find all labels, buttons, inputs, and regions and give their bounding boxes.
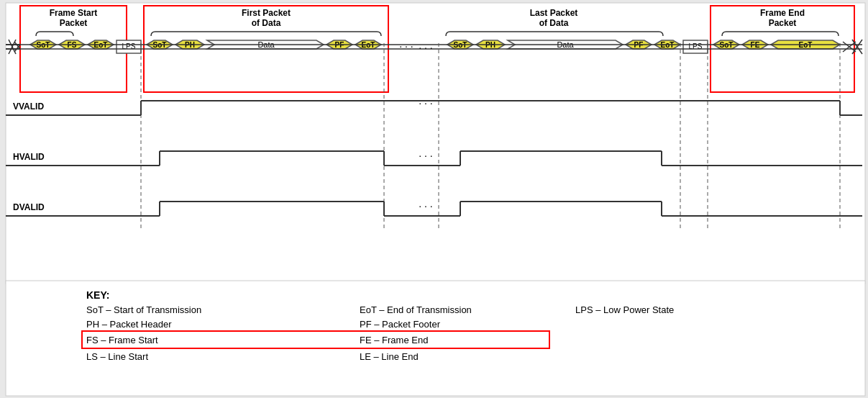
svg-text:Frame Start: Frame Start — [50, 8, 98, 18]
svg-text:LE – Line End: LE – Line End — [360, 351, 419, 362]
svg-text:. . .: . . . — [399, 38, 413, 50]
svg-text:FE – Frame End: FE – Frame End — [360, 335, 428, 345]
svg-text:Packet: Packet — [769, 18, 797, 28]
svg-text:VVALID: VVALID — [13, 101, 44, 112]
svg-text:KEY:: KEY: — [86, 289, 109, 301]
svg-text:PH – Packet Header: PH – Packet Header — [86, 319, 172, 330]
svg-text:. . .: . . . — [419, 40, 432, 51]
svg-text:of Data: of Data — [539, 18, 569, 28]
diagram-area: Frame Start Packet SoT FS EoT LPS First … — [0, 0, 868, 398]
svg-text:Frame End: Frame End — [760, 8, 805, 18]
svg-text:LPS – Low Power State: LPS – Low Power State — [575, 304, 674, 315]
svg-text:DVALID: DVALID — [13, 202, 45, 212]
svg-text:EoT – End of Transmission: EoT – End of Transmission — [360, 304, 472, 315]
svg-text:Last Packet: Last Packet — [530, 8, 578, 18]
svg-text:Packet: Packet — [60, 18, 88, 28]
svg-text:. . .: . . . — [419, 148, 432, 159]
svg-text:. . .: . . . — [419, 198, 432, 209]
svg-text:of Data: of Data — [252, 18, 281, 28]
svg-text:SoT – Start of Transmission: SoT – Start of Transmission — [86, 304, 201, 315]
svg-text:LS – Line Start: LS – Line Start — [86, 351, 148, 362]
svg-text:PF – Packet Footer: PF – Packet Footer — [360, 319, 441, 330]
svg-text:HVALID: HVALID — [13, 152, 45, 162]
svg-text:First Packet: First Packet — [242, 8, 291, 18]
svg-text:. . .: . . . — [419, 95, 432, 107]
svg-text:FS – Frame Start: FS – Frame Start — [86, 335, 158, 345]
